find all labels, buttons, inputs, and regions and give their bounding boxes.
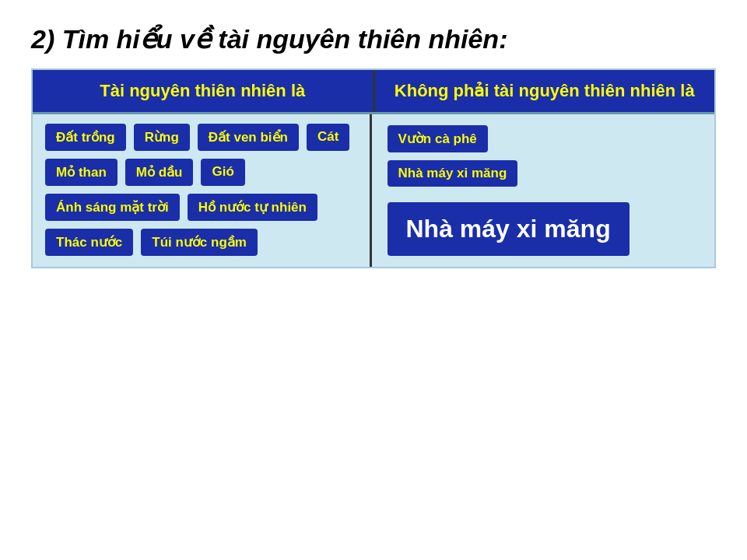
left-tag: Hồ nước tự nhiên bbox=[188, 194, 317, 221]
left-tag: Rừng bbox=[134, 124, 190, 151]
left-tag: Ánh sáng mặt trời bbox=[45, 194, 180, 221]
right-body-cell: Vườn cà phêNhà máy xi măngNhà máy xi măn… bbox=[372, 114, 715, 267]
left-body-cell: Đất trồngRừngĐất ven biểnCátMỏ thanMỏ dầ… bbox=[33, 114, 372, 267]
page-title: 2) Tìm hiểu về tài nguyên thiên nhiên: bbox=[31, 23, 716, 54]
left-tag: Đất ven biển bbox=[198, 124, 299, 151]
left-tag: Mỏ dầu bbox=[125, 159, 194, 186]
page: 2) Tìm hiểu về tài nguyên thiên nhiên: T… bbox=[0, 0, 747, 560]
left-tag: Túi nước ngầm bbox=[141, 229, 258, 256]
left-tag: Gió bbox=[201, 159, 244, 186]
table-body-row: Đất trồngRừngĐất ven biểnCátMỏ thanMỏ dầ… bbox=[33, 114, 714, 267]
header-right: Không phải tài nguyên thiên nhiên là bbox=[375, 70, 715, 112]
left-tag: Mỏ than bbox=[45, 159, 117, 186]
left-tag: Đất trồng bbox=[45, 124, 126, 151]
right-tag-small: Nhà máy xi măng bbox=[388, 160, 518, 187]
header-left: Tài nguyên thiên nhiên là bbox=[33, 70, 375, 112]
right-tag-large: Nhà máy xi măng bbox=[388, 202, 630, 256]
right-tag-small: Vườn cà phê bbox=[388, 125, 488, 152]
left-tag: Cát bbox=[307, 124, 349, 151]
left-tag: Thác nước bbox=[45, 229, 133, 256]
table-header-row: Tài nguyên thiên nhiên là Không phải tài… bbox=[33, 70, 714, 114]
main-table: Tài nguyên thiên nhiên là Không phải tài… bbox=[31, 68, 716, 268]
